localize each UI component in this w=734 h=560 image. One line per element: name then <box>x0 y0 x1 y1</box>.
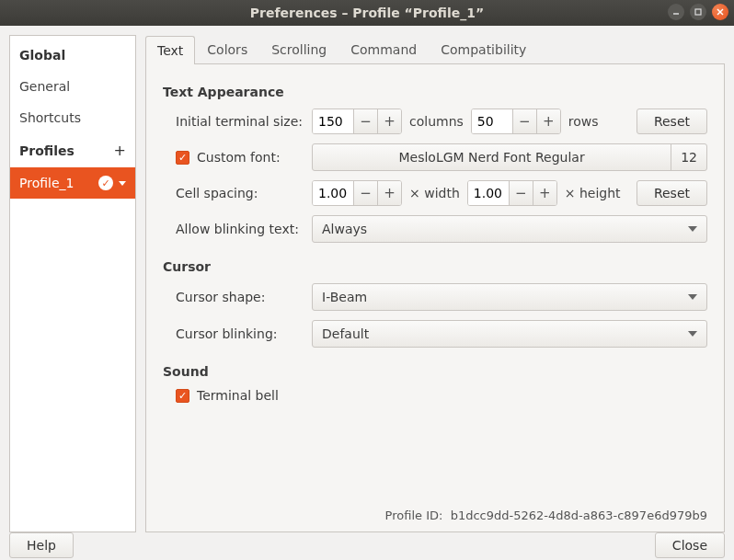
rows-input[interactable] <box>472 109 512 133</box>
cell-spacing-label: Cell spacing: <box>176 186 304 200</box>
cursor-shape-value: I-Beam <box>322 290 688 304</box>
section-cursor: Cursor <box>163 259 707 274</box>
tab-bar: Text Colors Scrolling Command Compatibil… <box>145 35 725 64</box>
sidebar-profiles-label: Profiles <box>19 143 75 158</box>
custom-font-checkbox[interactable]: ✓ <box>176 151 189 165</box>
rows-label: rows <box>568 114 599 129</box>
cell-height-increment[interactable]: + <box>533 181 556 205</box>
profile-id-label: Profile ID: <box>385 509 443 522</box>
sidebar-profile-1-label: Profile_1 <box>19 176 74 190</box>
sidebar-item-shortcuts[interactable]: Shortcuts <box>10 102 135 133</box>
font-size: 12 <box>681 150 697 165</box>
row-cell-spacing: Cell spacing: − + × width − + × height R… <box>163 180 707 206</box>
tab-command[interactable]: Command <box>338 35 429 63</box>
font-chooser-button[interactable]: MesloLGM Nerd Font Regular 12 <box>312 143 707 171</box>
minimize-button[interactable] <box>668 4 684 20</box>
cell-height-stepper[interactable]: − + <box>467 180 557 206</box>
titlebar: Preferences – Profile “Profile_1” <box>0 0 734 26</box>
row-cursor-shape: Cursor shape: I-Beam <box>163 283 707 311</box>
close-button[interactable]: Close <box>655 532 725 558</box>
minimize-icon <box>671 7 681 17</box>
chevron-down-icon <box>688 331 697 337</box>
sidebar: Global General Shortcuts Profiles + Prof… <box>9 35 136 532</box>
terminal-bell-label: Terminal bell <box>197 388 279 403</box>
add-profile-icon[interactable]: + <box>114 142 126 159</box>
cursor-blink-select[interactable]: Default <box>312 320 707 348</box>
blink-text-value: Always <box>322 222 688 236</box>
maximize-button[interactable] <box>690 4 706 20</box>
reset-size-button[interactable]: Reset <box>637 109 707 134</box>
row-blink-text: Allow blinking text: Always <box>163 215 707 243</box>
custom-font-label: Custom font: <box>197 150 281 165</box>
help-button[interactable]: Help <box>9 532 74 558</box>
profile-active-check-icon: ✓ <box>98 176 113 190</box>
blink-text-label: Allow blinking text: <box>176 222 304 236</box>
profile-id-value: b1dcc9dd-5262-4d8d-a863-c897e6d979b9 <box>451 509 707 522</box>
cell-width-stepper[interactable]: − + <box>312 180 402 206</box>
row-terminal-bell: ✓ Terminal bell <box>163 388 707 403</box>
cell-height-label: × height <box>565 186 621 200</box>
font-divider <box>671 144 671 170</box>
content-area: Text Colors Scrolling Command Compatibil… <box>145 35 725 532</box>
rows-increment[interactable]: + <box>536 109 560 133</box>
tab-compatibility[interactable]: Compatibility <box>429 35 538 63</box>
cursor-blink-value: Default <box>322 326 688 341</box>
columns-label: columns <box>409 114 464 129</box>
cell-height-decrement[interactable]: − <box>509 181 533 205</box>
row-initial-size: Initial terminal size: − + columns − + r… <box>163 109 707 134</box>
svg-rect-1 <box>695 9 701 15</box>
cell-width-decrement[interactable]: − <box>353 181 377 205</box>
cursor-shape-label: Cursor shape: <box>176 290 304 304</box>
sidebar-cat-profiles: Profiles + <box>10 133 135 167</box>
close-window-button[interactable] <box>712 4 728 20</box>
section-text-appearance: Text Appearance <box>163 85 707 99</box>
cell-width-increment[interactable]: + <box>377 181 401 205</box>
chevron-down-icon <box>688 226 697 232</box>
sidebar-item-profile-1[interactable]: Profile_1 ✓ <box>10 167 135 199</box>
maximize-icon <box>694 7 703 17</box>
footer: Help Close <box>0 532 734 560</box>
window-controls <box>668 4 728 20</box>
font-name: MesloLGM Nerd Font Regular <box>322 150 661 165</box>
sidebar-cat-global: Global <box>10 40 135 71</box>
columns-increment[interactable]: + <box>377 109 401 133</box>
close-icon <box>716 7 725 17</box>
columns-decrement[interactable]: − <box>353 109 377 133</box>
tab-scrolling[interactable]: Scrolling <box>259 35 338 63</box>
reset-cell-button[interactable]: Reset <box>637 180 707 206</box>
row-cursor-blink: Cursor blinking: Default <box>163 320 707 348</box>
rows-decrement[interactable]: − <box>512 109 536 133</box>
blink-text-select[interactable]: Always <box>312 215 707 243</box>
tab-colors[interactable]: Colors <box>195 35 259 63</box>
cursor-shape-select[interactable]: I-Beam <box>312 283 707 311</box>
section-sound: Sound <box>163 364 707 379</box>
window-title: Preferences – Profile “Profile_1” <box>250 6 484 20</box>
cell-width-input[interactable] <box>313 181 353 205</box>
cell-width-label: × width <box>409 186 460 200</box>
profile-id-line: Profile ID: b1dcc9dd-5262-4d8d-a863-c897… <box>385 509 707 522</box>
cursor-blink-label: Cursor blinking: <box>176 326 304 341</box>
initial-size-label: Initial terminal size: <box>176 114 304 129</box>
text-panel: Text Appearance Initial terminal size: −… <box>145 64 725 532</box>
row-custom-font: ✓ Custom font: MesloLGM Nerd Font Regula… <box>163 143 707 171</box>
tab-text[interactable]: Text <box>145 36 195 64</box>
columns-input[interactable] <box>313 109 353 133</box>
terminal-bell-checkbox[interactable]: ✓ <box>176 389 189 403</box>
profile-menu-caret-icon[interactable] <box>119 181 126 186</box>
columns-stepper[interactable]: − + <box>312 109 402 134</box>
rows-stepper[interactable]: − + <box>471 109 561 134</box>
chevron-down-icon <box>688 294 697 300</box>
cell-height-input[interactable] <box>468 181 509 205</box>
sidebar-item-general[interactable]: General <box>10 71 135 102</box>
